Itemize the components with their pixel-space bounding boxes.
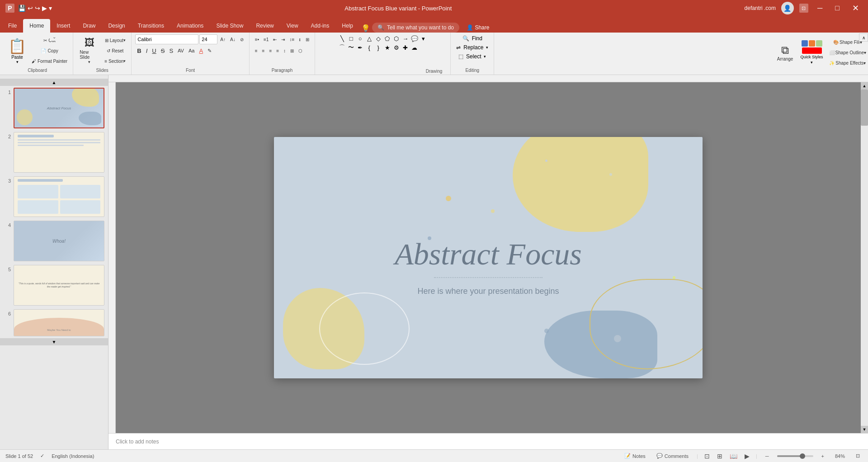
tell-me-input[interactable]: 🔍 Tell me what you want to do — [372, 23, 459, 33]
change-case-button[interactable]: Aa — [187, 46, 196, 56]
ribbon-collapse-button[interactable]: ∧ — [859, 33, 868, 42]
slide-thumb-2[interactable] — [14, 132, 104, 173]
shape-pentagon[interactable]: ⬠ — [383, 34, 392, 42]
font-family-input[interactable] — [135, 34, 198, 44]
zoom-in-button[interactable]: + — [819, 453, 827, 460]
new-slide-dropdown[interactable]: ▾ — [88, 60, 90, 64]
scroll-track[interactable] — [861, 90, 868, 426]
format-painter-button[interactable]: 🖌 Format Painter — [30, 56, 69, 66]
char-spacing-button[interactable]: AV — [176, 46, 186, 56]
highlight-button[interactable]: ✎ — [206, 46, 213, 56]
maximize-button[interactable]: □ — [831, 3, 843, 13]
notes-button[interactable]: 📝 Notes — [622, 452, 648, 460]
notes-area[interactable]: Click to add notes — [108, 433, 868, 449]
shape-diamond[interactable]: ◇ — [374, 34, 382, 42]
slide-main[interactable]: Abstract Focus Here is where your presen… — [274, 137, 703, 378]
scroll-down-arrow[interactable]: ▼ — [861, 426, 868, 433]
quick-styles-button[interactable]: Quick Styles ▾ — [798, 36, 826, 69]
save-icon[interactable]: 💾 — [18, 5, 26, 12]
slide-item-1[interactable]: 1 Abstract Focus — [0, 86, 108, 130]
undo-icon[interactable]: ↩ — [28, 5, 33, 12]
shape-brace-l[interactable]: { — [365, 43, 373, 52]
tab-transitions[interactable]: Transitions — [132, 19, 170, 33]
arrange-button[interactable]: ⧉ Arrange — [774, 36, 797, 69]
convert-smartart-button[interactable]: ⬡ — [297, 46, 304, 56]
zoom-level[interactable]: 84% — [832, 453, 848, 460]
reading-view-button[interactable]: 📖 — [729, 452, 738, 461]
shape-freeform[interactable]: ✒ — [356, 43, 364, 52]
decrease-font-button[interactable]: A↓ — [228, 34, 237, 44]
align-left-button[interactable]: ≡ — [253, 46, 259, 56]
text-direction-button[interactable]: ↕ — [282, 46, 288, 56]
italic-button[interactable]: I — [144, 46, 150, 56]
slide-item-5[interactable]: 5 "This is a quote, words full of wisdom… — [0, 263, 108, 307]
restore-window-icon[interactable]: ⊡ — [799, 4, 808, 13]
tab-insert[interactable]: Insert — [50, 19, 76, 33]
slide-title[interactable]: Abstract Focus — [395, 236, 582, 272]
replace-button[interactable]: ⇌ Replace ▾ — [454, 43, 490, 52]
shape-hexagon[interactable]: ⬡ — [392, 34, 401, 42]
shape-gear[interactable]: ⚙ — [392, 43, 401, 52]
reset-button[interactable]: ↺ Reset — [103, 46, 127, 56]
slide-sorter-button[interactable]: ⊞ — [716, 452, 723, 461]
presentation-icon[interactable]: ▶ — [42, 5, 47, 12]
slide-thumb-3[interactable] — [14, 176, 104, 217]
quick-styles-dropdown[interactable]: ▾ — [811, 60, 813, 65]
tab-review[interactable]: Review — [250, 19, 280, 33]
section-button[interactable]: ≡ Section ▾ — [103, 56, 127, 66]
justify-button[interactable]: ≡ — [274, 46, 281, 56]
shape-effects-button[interactable]: ✨ Shape Effects ▾ — [827, 58, 868, 68]
shape-cross[interactable]: ✚ — [401, 43, 410, 52]
slide-item-2[interactable]: 2 — [0, 130, 108, 174]
increase-font-button[interactable]: A↑ — [218, 34, 227, 44]
zoom-out-button[interactable]: ─ — [763, 453, 772, 460]
normal-view-button[interactable]: ⊡ — [703, 452, 711, 461]
tab-view[interactable]: View — [280, 19, 305, 33]
replace-dropdown[interactable]: ▾ — [486, 45, 488, 50]
clipboard-expand-icon[interactable]: ⌄ — [50, 33, 59, 41]
strikethrough-button[interactable]: S — [159, 46, 167, 56]
shapes-more[interactable]: ▾ — [420, 34, 428, 42]
font-color-button[interactable]: A — [197, 46, 205, 56]
slide-thumb-6[interactable]: Maybe You Need to — [14, 309, 104, 336]
align-center-button[interactable]: ≡ — [260, 46, 267, 56]
layout-dropdown[interactable]: ▾ — [123, 38, 126, 42]
shape-line[interactable]: ╲ — [338, 34, 346, 42]
smartart-button[interactable]: ⊞ — [304, 34, 311, 44]
new-slide-button[interactable]: 🖼 New Slide ▾ — [77, 35, 102, 66]
tab-addins[interactable]: Add-ins — [305, 19, 336, 33]
redo-icon[interactable]: ↪ — [35, 5, 40, 12]
increase-indent-button[interactable]: ⇥ — [279, 34, 287, 44]
shape-star[interactable]: ★ — [383, 43, 392, 52]
shape-effects-dropdown[interactable]: ▾ — [863, 61, 866, 66]
tab-file[interactable]: File — [2, 19, 23, 33]
numbering-button[interactable]: ≡1 — [262, 34, 270, 44]
underline-button[interactable]: U — [150, 46, 158, 56]
select-dropdown[interactable]: ▾ — [484, 54, 486, 59]
tab-slideshow[interactable]: Slide Show — [210, 19, 250, 33]
comments-button[interactable]: 💬 Comments — [654, 452, 691, 460]
font-size-input[interactable] — [199, 34, 217, 44]
layout-button[interactable]: ⊞ Layout ▾ — [103, 35, 127, 45]
tab-help[interactable]: Help — [335, 19, 359, 33]
tab-animations[interactable]: Animations — [170, 19, 210, 33]
slide-item-6[interactable]: 6 Maybe You Need to — [0, 307, 108, 338]
shape-curve[interactable]: 〜 — [347, 43, 355, 52]
paste-button[interactable]: 📋 Paste ▾ — [5, 34, 29, 67]
slide-thumb-4[interactable]: Whoa! — [14, 221, 104, 261]
decrease-indent-button[interactable]: ⇤ — [271, 34, 278, 44]
tab-home[interactable]: Home — [23, 19, 50, 33]
shape-cloud[interactable]: ☁ — [410, 43, 419, 52]
shape-triangle[interactable]: △ — [365, 34, 373, 42]
shape-rect[interactable]: □ — [347, 34, 355, 42]
slide-subtitle[interactable]: Here is where your presentation begins — [417, 287, 559, 296]
section-dropdown[interactable]: ▾ — [123, 59, 126, 63]
close-button[interactable]: ✕ — [849, 2, 863, 14]
tab-draw[interactable]: Draw — [76, 19, 102, 33]
clear-format-button[interactable]: ⊘ — [238, 34, 245, 44]
slide-thumb-5[interactable]: "This is a quote, words full of wisdom t… — [14, 265, 104, 306]
align-right-button[interactable]: ≡ — [267, 46, 274, 56]
align-text-button[interactable]: ⊞ — [288, 46, 296, 56]
slide-thumb-1[interactable]: Abstract Focus — [14, 88, 104, 128]
scroll-thumb[interactable] — [861, 90, 868, 126]
